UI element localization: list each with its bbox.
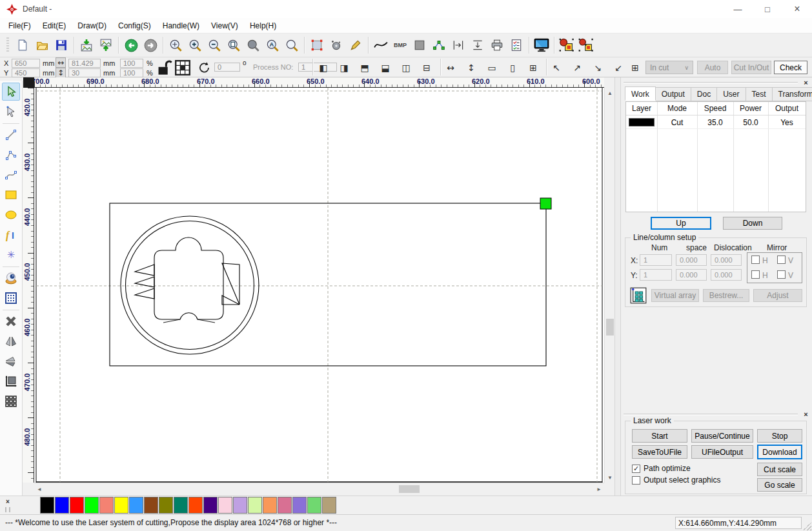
lock-ratio-icon[interactable] bbox=[157, 59, 172, 78]
swatch-pale-green[interactable] bbox=[248, 497, 262, 514]
auto-button[interactable]: Auto bbox=[697, 61, 728, 74]
menu-handle[interactable]: Handle(W) bbox=[157, 19, 205, 32]
preview-monitor-button[interactable] bbox=[532, 36, 551, 54]
print-button[interactable] bbox=[487, 36, 507, 54]
tab-test[interactable]: Test bbox=[746, 87, 773, 101]
zoom-out-button[interactable] bbox=[205, 36, 224, 54]
zoom-in-button[interactable] bbox=[185, 36, 205, 54]
ellipse-tool[interactable] bbox=[2, 206, 20, 224]
menu-help[interactable]: Help(H) bbox=[244, 19, 282, 32]
array-y-num-field[interactable]: 1 bbox=[640, 269, 672, 281]
datum-tool[interactable] bbox=[2, 372, 20, 390]
mirror-horizontal-tool[interactable] bbox=[2, 332, 20, 350]
layer-down-button[interactable]: Down bbox=[723, 217, 782, 230]
zoom-text-button[interactable]: A bbox=[263, 36, 282, 54]
same-size-h-icon[interactable]: ▭ bbox=[484, 60, 500, 75]
swatch-salmon[interactable] bbox=[99, 497, 114, 514]
array-x-space-field[interactable]: 0.000 bbox=[676, 254, 707, 266]
array-tool[interactable] bbox=[2, 392, 20, 410]
tab-output[interactable]: Output bbox=[656, 87, 691, 101]
point-tool[interactable]: ✳ bbox=[2, 246, 20, 264]
swatch-olive[interactable] bbox=[159, 497, 173, 514]
scale-x-field[interactable]: 100 bbox=[120, 59, 143, 68]
panel-close-icon[interactable]: × bbox=[802, 78, 810, 86]
vscroll-thumb[interactable] bbox=[606, 319, 614, 336]
cut-in-out-button[interactable]: Cut In/Out bbox=[731, 61, 771, 74]
track-frame-button[interactable] bbox=[307, 36, 327, 54]
zoom-pan-button[interactable] bbox=[166, 36, 185, 54]
rectangle-tool[interactable] bbox=[2, 186, 20, 204]
save-button[interactable] bbox=[52, 36, 71, 54]
menu-edit[interactable]: Edit(E) bbox=[37, 19, 72, 32]
array-preview-button[interactable] bbox=[630, 287, 647, 306]
cut-mode-dropdown[interactable]: In cut ∨ bbox=[645, 61, 693, 74]
capture-tool[interactable] bbox=[2, 269, 20, 287]
bmp-tool-button[interactable]: BMP bbox=[391, 36, 410, 54]
swatch-light-purple[interactable] bbox=[233, 497, 247, 514]
align-left-icon[interactable]: ◧ bbox=[316, 60, 331, 75]
grid-fill-tool[interactable] bbox=[2, 289, 20, 307]
array-y-dislocation-field[interactable]: 0.000 bbox=[711, 269, 742, 281]
output-select-checkbox[interactable] bbox=[632, 476, 640, 485]
vertical-scrollbar[interactable]: ▲ ▼ bbox=[604, 88, 614, 483]
v-spacing-button[interactable] bbox=[468, 36, 487, 54]
swatch-black[interactable] bbox=[40, 497, 54, 514]
bestrew-button[interactable]: Bestrew... bbox=[703, 289, 749, 302]
mirror-yv-checkbox[interactable] bbox=[777, 270, 786, 279]
start-button[interactable]: Start bbox=[632, 429, 687, 443]
panel-grip[interactable] bbox=[624, 414, 798, 416]
work-canvas[interactable] bbox=[34, 88, 604, 483]
tab-doc[interactable]: Doc bbox=[691, 87, 717, 101]
tab-user[interactable]: User bbox=[717, 87, 746, 101]
rotate-field[interactable]: 0 bbox=[214, 63, 240, 72]
menu-view[interactable]: View(V) bbox=[205, 19, 244, 32]
mirror-xv-checkbox[interactable] bbox=[777, 255, 786, 264]
menu-draw[interactable]: Draw(D) bbox=[72, 19, 112, 32]
bezier-tool[interactable] bbox=[2, 166, 20, 184]
download-button[interactable]: Download bbox=[757, 445, 802, 459]
swatch-green[interactable] bbox=[85, 497, 99, 514]
mirror-xh-checkbox[interactable] bbox=[751, 255, 760, 264]
import-button[interactable] bbox=[77, 36, 96, 54]
swatch-light-pink[interactable] bbox=[218, 497, 232, 514]
layer-color-swatch[interactable] bbox=[629, 118, 655, 126]
align-right-icon[interactable]: ◨ bbox=[336, 60, 352, 75]
edit-pen-button[interactable] bbox=[346, 36, 365, 54]
array-x-num-field[interactable]: 1 bbox=[640, 254, 672, 266]
path-optimize-checkbox[interactable]: ✓ bbox=[632, 465, 640, 473]
y-pos-field[interactable]: 450 bbox=[12, 68, 40, 77]
same-width-icon[interactable]: ↔ bbox=[443, 60, 458, 75]
locate-top-right-icon[interactable]: ↗ bbox=[569, 60, 585, 75]
swatch-brown[interactable] bbox=[144, 497, 158, 514]
swatch-blue[interactable] bbox=[55, 497, 69, 514]
export-button[interactable] bbox=[96, 36, 116, 54]
align-center-h-icon[interactable]: ◫ bbox=[398, 60, 414, 75]
swatch-tan[interactable] bbox=[322, 497, 336, 514]
scroll-right-icon[interactable]: ► bbox=[594, 484, 604, 494]
output-select-row[interactable]: Output select graphics bbox=[632, 476, 720, 485]
panel-splitter[interactable] bbox=[614, 77, 621, 496]
layer-up-button[interactable]: Up bbox=[651, 217, 711, 230]
swatch-orange[interactable] bbox=[263, 497, 277, 514]
array-y-space-field[interactable]: 0.000 bbox=[676, 269, 707, 281]
locate-top-left-icon[interactable]: ↖ bbox=[549, 60, 564, 75]
zoom-all-button[interactable] bbox=[243, 36, 263, 54]
array-x-dislocation-field[interactable]: 0.000 bbox=[711, 254, 742, 266]
width-field[interactable]: 81.429 bbox=[68, 59, 101, 68]
same-size-icon[interactable]: ⊞ bbox=[525, 60, 541, 75]
check-button[interactable]: Check bbox=[774, 61, 807, 74]
swatch-teal-green[interactable] bbox=[174, 497, 188, 514]
tab-work[interactable]: Work bbox=[625, 86, 656, 101]
line-tool[interactable] bbox=[2, 126, 20, 144]
go-scale-button[interactable]: Go scale bbox=[757, 478, 802, 492]
x-pos-field[interactable]: 650 bbox=[12, 59, 40, 68]
locate-center-icon[interactable]: ⊞ bbox=[627, 60, 643, 75]
maximize-button[interactable]: □ bbox=[753, 0, 782, 18]
swatch-dodger-blue[interactable] bbox=[129, 497, 143, 514]
ungroup-button[interactable] bbox=[576, 36, 596, 54]
cut-scale-button[interactable]: Cut scale bbox=[757, 463, 802, 476]
height-field[interactable]: 30 bbox=[68, 68, 101, 77]
panel-grip[interactable] bbox=[624, 82, 798, 84]
node-edit-tool[interactable] bbox=[2, 103, 20, 121]
delete-tool[interactable] bbox=[2, 312, 20, 330]
